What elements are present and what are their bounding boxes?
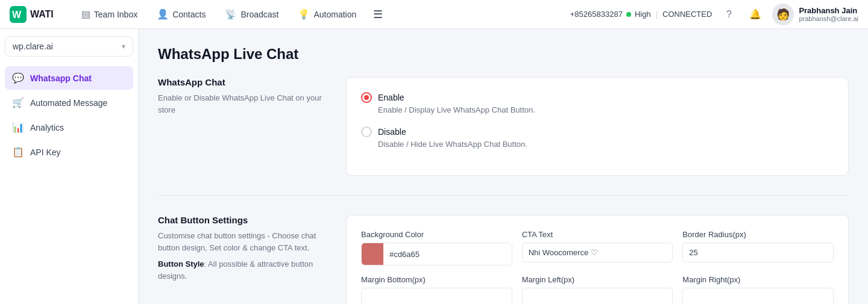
nav-item-automation[interactable]: 💡 Automation	[289, 5, 365, 23]
disable-radio-label[interactable]: Disable	[361, 126, 834, 137]
section-left-chat: WhatsApp Chat Enable or Disable WhatsApp…	[158, 77, 327, 176]
whatsapp-chat-section-title: WhatsApp Chat	[158, 77, 327, 87]
margin-right-label: Margin Right(px)	[682, 275, 834, 284]
color-text: #cd6a65	[383, 250, 512, 259]
contacts-icon: 👤	[157, 8, 169, 20]
enable-option: Enable Enable / Display Live WhatsApp Ch…	[361, 92, 834, 114]
enable-sublabel: Enable / Display Live WhatsApp Chat Butt…	[378, 105, 834, 114]
border-radius-label: Border Radius(px)	[682, 230, 834, 239]
topnav: W WATI ▤ Team Inbox 👤 Contacts 📡 Broadca…	[0, 0, 868, 29]
enable-radio-label[interactable]: Enable	[361, 92, 834, 103]
disable-sublabel: Disable / Hide Live WhatsApp Chat Button…	[378, 140, 834, 149]
chat-button-section-desc: Customise chat button settings - Choose …	[158, 230, 327, 253]
notification-bell-icon[interactable]: 🔔	[746, 5, 765, 24]
disable-label: Disable	[378, 127, 406, 137]
sidebar-item-api-key[interactable]: 📋 API Key	[5, 140, 133, 164]
user-avatar-area[interactable]: 🧑 Prabhansh Jain prabhansh@clare.ai	[772, 4, 858, 25]
whatsapp-chat-section-desc: Enable or Disable WhatsApp Live Chat on …	[158, 92, 327, 116]
phone-number: +85265833287	[570, 10, 623, 19]
nav-item-contacts[interactable]: 👤 Contacts	[148, 5, 214, 23]
logo-area: W WATI	[10, 6, 54, 23]
svg-text:W: W	[12, 10, 22, 20]
analytics-icon: 📊	[12, 122, 24, 133]
connection-status: +85265833287 High | CONNECTED	[570, 10, 712, 19]
button-style-label: Button Style	[158, 259, 204, 268]
button-style-desc: Button Style: All possible & attractive …	[158, 258, 327, 282]
main-content: WhatsApp Live Chat WhatsApp Chat Enable …	[139, 29, 868, 304]
border-radius-input[interactable]	[682, 243, 834, 262]
sidebar-item-label: Whatsapp Chat	[30, 73, 92, 83]
chevron-down-icon: ▾	[122, 42, 125, 51]
settings-grid: Background Color #cd6a65 CTA Text Border…	[361, 230, 834, 304]
sidebar-item-label: Analytics	[30, 123, 64, 132]
margin-right-input[interactable]	[682, 288, 834, 304]
cta-text-input[interactable]	[522, 243, 673, 262]
sidebar-item-label: Automated Message	[30, 98, 107, 108]
team-inbox-icon: ▤	[81, 8, 90, 20]
disable-option: Disable Disable / Hide Live WhatsApp Cha…	[361, 126, 834, 149]
page-title: WhatsApp Live Chat	[158, 46, 849, 63]
margin-bottom-field: Margin Bottom(px)	[361, 275, 512, 304]
section-divider	[158, 195, 849, 196]
status-dot	[626, 12, 631, 17]
hamburger-menu-icon[interactable]: ☰	[367, 4, 389, 25]
section-left-settings: Chat Button Settings Customise chat butt…	[158, 215, 327, 304]
sidebar-item-automated-message[interactable]: 🛒 Automated Message	[5, 91, 133, 114]
color-swatch	[362, 243, 383, 265]
sidebar-item-whatsapp-chat[interactable]: 💬 Whatsapp Chat	[5, 66, 133, 90]
margin-bottom-input[interactable]	[361, 288, 512, 304]
bg-color-label: Background Color	[361, 230, 512, 239]
bg-color-field: Background Color #cd6a65	[361, 230, 512, 265]
user-name: Prabhansh Jain	[799, 6, 858, 15]
bg-color-input-wrapper[interactable]: #cd6a65	[361, 243, 512, 265]
user-info: Prabhansh Jain prabhansh@clare.ai	[799, 6, 858, 22]
nav-items: ▤ Team Inbox 👤 Contacts 📡 Broadcast 💡 Au…	[73, 4, 570, 25]
margin-left-input[interactable]	[522, 288, 673, 304]
margin-left-label: Margin Left(px)	[522, 275, 673, 284]
margin-left-field: Margin Left(px)	[522, 275, 673, 304]
cta-text-label: CTA Text	[522, 230, 673, 239]
wati-logo-icon: W	[10, 6, 27, 23]
section-right-chat: Enable Enable / Display Live WhatsApp Ch…	[346, 77, 849, 176]
connection-level: High	[635, 10, 651, 19]
enable-radio-icon	[361, 92, 372, 103]
margin-bottom-label: Margin Bottom(px)	[361, 275, 512, 284]
whatsapp-chat-icon: 💬	[12, 72, 24, 84]
whatsapp-chat-section: WhatsApp Chat Enable or Disable WhatsApp…	[158, 77, 849, 176]
automation-icon: 💡	[298, 8, 310, 20]
layout: wp.clare.ai ▾ 💬 Whatsapp Chat 🛒 Automate…	[0, 29, 868, 304]
section-right-settings: Background Color #cd6a65 CTA Text Border…	[346, 215, 849, 304]
nav-item-broadcast[interactable]: 📡 Broadcast	[216, 5, 287, 23]
connection-label: CONNECTED	[662, 10, 712, 19]
user-email: prabhansh@clare.ai	[799, 15, 858, 22]
chat-button-settings-section: Chat Button Settings Customise chat butt…	[158, 215, 849, 304]
api-key-icon: 📋	[12, 146, 24, 158]
workspace-name: wp.clare.ai	[13, 42, 53, 51]
avatar: 🧑	[772, 4, 794, 25]
cta-text-field: CTA Text	[522, 230, 673, 265]
sidebar-item-label: API Key	[30, 147, 61, 157]
border-radius-field: Border Radius(px)	[682, 230, 834, 265]
chat-button-section-title: Chat Button Settings	[158, 215, 327, 225]
topnav-right: +85265833287 High | CONNECTED ? 🔔 🧑 Prab…	[570, 4, 858, 25]
workspace-selector[interactable]: wp.clare.ai ▾	[5, 36, 133, 57]
help-icon[interactable]: ?	[719, 5, 738, 24]
nav-item-team-inbox[interactable]: ▤ Team Inbox	[73, 5, 146, 23]
broadcast-icon: 📡	[225, 8, 237, 20]
logo-text: WATI	[30, 9, 54, 20]
sidebar-item-analytics[interactable]: 📊 Analytics	[5, 116, 133, 139]
margin-right-field: Margin Right(px)	[682, 275, 834, 304]
automated-message-icon: 🛒	[12, 97, 24, 108]
enable-label: Enable	[378, 93, 404, 102]
sidebar: wp.clare.ai ▾ 💬 Whatsapp Chat 🛒 Automate…	[0, 29, 139, 304]
disable-radio-icon	[361, 126, 372, 137]
